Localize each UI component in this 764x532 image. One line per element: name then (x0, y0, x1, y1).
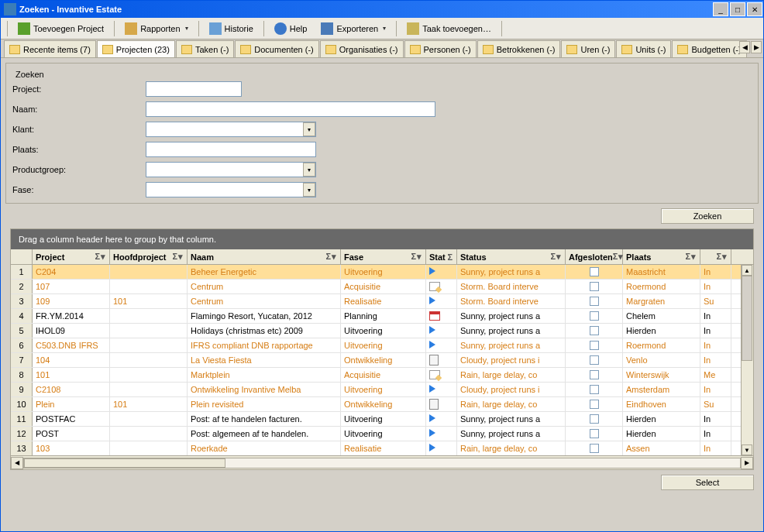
col-header-status[interactable]: StatusΣ▾ (457, 249, 566, 264)
select-button[interactable]: Select (661, 475, 754, 490)
table-row[interactable]: 5IHOL09Holidays (christmas etc) 2009Uitv… (11, 324, 753, 338)
tab-item[interactable]: Projecten (23) (97, 40, 175, 57)
checkbox[interactable] (590, 385, 599, 394)
col-header-naam[interactable]: NaamΣ▾ (188, 249, 341, 264)
cell-status: Cloudy, project runs i (457, 353, 566, 367)
cell-rownum: 8 (11, 368, 33, 382)
tab-item[interactable]: Personen (-) (404, 40, 477, 57)
table-row[interactable]: 13103RoerkadeRealisatieRain, large delay… (11, 441, 753, 455)
toolbar-add-project[interactable]: Toevoegen Project (12, 20, 109, 37)
toolbar-add-task[interactable]: Taak toevoegen… (401, 20, 497, 37)
cell-fase: Uitvoering (341, 383, 426, 396)
col-header-plaats[interactable]: PlaatsΣ▾ (623, 249, 700, 264)
input-project[interactable] (146, 81, 242, 97)
checkbox[interactable] (590, 341, 599, 350)
hscroll-track[interactable] (23, 458, 741, 469)
table-row[interactable]: 3109101CentrumRealisatieStorm. Board int… (11, 294, 753, 309)
checkbox[interactable] (590, 326, 599, 335)
checkbox[interactable] (590, 311, 599, 321)
cell-status: Rain, large delay, co (457, 368, 566, 382)
cell-rownum: 13 (11, 441, 33, 455)
table-row[interactable]: 12POSTPost: algemeen af te handelen.Uitv… (11, 427, 753, 441)
folder-icon (410, 45, 421, 54)
toolbar-help[interactable]: Help (269, 20, 313, 37)
cell-afgesloten (566, 265, 623, 279)
combo-fase-arrow[interactable]: ▾ (303, 183, 315, 197)
zoeken-button[interactable]: Zoeken (661, 208, 754, 224)
table-row[interactable]: 10Plein101Plein revisitedOntwikkelingRai… (11, 397, 753, 412)
table-row[interactable]: 2107CentrumAcquisitieStorm. Board interv… (11, 280, 753, 294)
tab-item[interactable]: Recente items (7) (4, 40, 96, 57)
tab-item[interactable]: Betrokkenen (-) (477, 40, 561, 57)
checkbox[interactable] (590, 400, 599, 409)
edit-icon (429, 282, 440, 291)
checkbox[interactable] (590, 429, 599, 438)
cell-text: Marktplein (191, 370, 230, 379)
grid-vscroll[interactable]: ▲ ▼ (741, 265, 753, 455)
checkbox[interactable] (590, 414, 599, 424)
col-header-rownum[interactable] (11, 249, 33, 264)
combo-klant[interactable] (146, 122, 316, 137)
tab-item[interactable]: Units (-) (616, 40, 671, 57)
close-button[interactable]: ✕ (747, 2, 762, 16)
col-header-afgesloten[interactable]: AfgeslotenΣ▾ (566, 249, 623, 264)
label-project: Project: (12, 84, 146, 94)
cell-text: Uitvoering (344, 341, 383, 350)
vscroll-thumb[interactable] (742, 276, 752, 361)
combo-klant-arrow[interactable]: ▾ (303, 122, 315, 136)
table-row[interactable]: 7104La Viesta FiestaOntwikkelingCloudy, … (11, 353, 753, 368)
col-header-more[interactable]: Σ▾ (700, 249, 731, 264)
minimize-button[interactable]: _ (713, 2, 728, 16)
col-header-hoofdproject[interactable]: HoofdprojectΣ▾ (110, 249, 188, 264)
tab-item[interactable]: Budgetten (-) (672, 40, 746, 57)
input-plaats[interactable] (146, 142, 316, 157)
toolbar-reports[interactable]: Rapporten (119, 20, 193, 37)
toolbar-export[interactable]: Exporteren (315, 20, 391, 37)
combo-productgroep[interactable] (146, 162, 316, 177)
tab-item[interactable]: Taken (-) (176, 40, 234, 57)
tab-scroll-left[interactable]: ◀ (739, 41, 750, 53)
hscroll-left[interactable]: ◀ (11, 457, 23, 469)
cell-fase: Uitvoering (341, 324, 426, 338)
vscroll-up[interactable]: ▲ (742, 265, 752, 276)
grid-hscroll[interactable]: ◀ ▶ (11, 455, 753, 469)
cell-stat (426, 412, 457, 426)
tab-scroll-right[interactable]: ▶ (751, 41, 762, 53)
table-row[interactable]: 6C503.DNB IFRSIFRS compliant DNB rapport… (11, 338, 753, 353)
col-header-project[interactable]: ProjectΣ▾ (33, 249, 110, 264)
maximize-button[interactable]: □ (730, 2, 745, 16)
col-header-fase[interactable]: FaseΣ▾ (341, 249, 426, 264)
checkbox[interactable] (590, 370, 599, 379)
table-row[interactable]: 9C2108Ontwikkeling Invantive MelbaUitvoe… (11, 383, 753, 397)
cell-text: Margraten (626, 297, 665, 306)
table-row[interactable]: 11POSTFACPost: af te handelen facturen.U… (11, 412, 753, 427)
cell-hoofdproject: 101 (110, 294, 188, 308)
col-header-stat[interactable]: StatΣ (426, 249, 457, 264)
checkbox[interactable] (590, 444, 599, 453)
tab-label: Units (-) (635, 45, 666, 54)
cell-stat (426, 294, 457, 308)
tab-label: Personen (-) (424, 45, 471, 54)
cell-text: La Viesta Fiesta (191, 355, 252, 365)
combo-fase[interactable] (146, 182, 316, 197)
cell-extra: In (700, 383, 731, 396)
checkbox[interactable] (590, 297, 599, 306)
checkbox[interactable] (590, 355, 599, 365)
toolbar-history[interactable]: Historie (204, 20, 259, 37)
table-row[interactable]: 8101MarktpleinAcquisitieRain, large dela… (11, 368, 753, 383)
cell-text: 101 (36, 370, 50, 379)
hscroll-right[interactable]: ▶ (741, 457, 753, 469)
table-row[interactable]: 1C204Beheer EnergeticUitvoeringSunny, pr… (11, 265, 753, 280)
checkbox[interactable] (590, 267, 599, 276)
group-by-bar[interactable]: Drag a column header here to group by th… (11, 229, 753, 249)
table-row[interactable]: 4FR.YM.2014Flamingo Resort, Yucatan, 201… (11, 309, 753, 324)
tab-item[interactable]: Uren (-) (561, 40, 615, 57)
tab-item[interactable]: Documenten (-) (235, 40, 318, 57)
cell-text: In (704, 385, 711, 394)
tab-item[interactable]: Organisaties (-) (320, 40, 404, 57)
combo-productgroep-arrow[interactable]: ▾ (303, 163, 315, 177)
hscroll-thumb[interactable] (24, 458, 225, 468)
checkbox[interactable] (590, 282, 599, 291)
input-naam[interactable] (146, 101, 435, 117)
vscroll-down[interactable]: ▼ (742, 444, 752, 455)
